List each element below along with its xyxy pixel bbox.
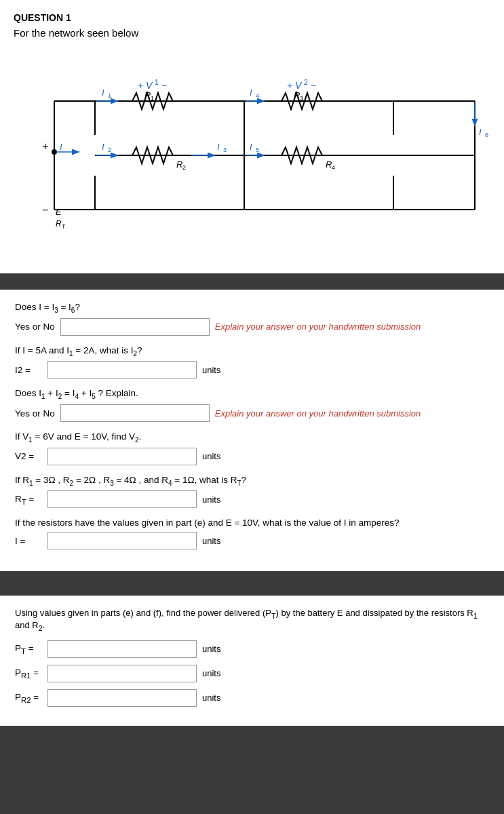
svg-text:1: 1 xyxy=(155,79,159,86)
power-question-text: Using values given in parts (e) and (f),… xyxy=(15,608,489,632)
svg-text:3: 3 xyxy=(300,95,303,102)
i2-units: units xyxy=(202,365,220,375)
svg-text:5: 5 xyxy=(256,147,259,153)
svg-text:I: I xyxy=(250,88,252,98)
pr1-input-row: PR1 = units xyxy=(15,665,489,682)
question-e-text: If R1 = 3Ω , R2 = 2Ω , R3 = 4Ω , and R4 … xyxy=(15,475,489,487)
bottom-bar xyxy=(0,726,504,753)
rt-input[interactable] xyxy=(47,490,197,508)
svg-text:1: 1 xyxy=(151,95,154,102)
power-section: Using values given in parts (e) and (f),… xyxy=(0,596,504,725)
yesno-c-label: Yes or No xyxy=(15,408,55,419)
svg-text:T: T xyxy=(62,223,66,230)
quiz-section-main: Does I = I3 = I6? Yes or No Explain your… xyxy=(0,290,504,571)
svg-text:3: 3 xyxy=(223,147,227,153)
yesno-a-input[interactable] xyxy=(60,318,210,336)
svg-text:+ V: + V xyxy=(287,80,303,91)
question-b-input-row: I2 = units xyxy=(15,361,489,379)
yesno-c-input[interactable] xyxy=(60,404,210,422)
explain-a-text: Explain your answer on your handwritten … xyxy=(215,322,421,332)
question-f-text: If the resistors have the values given i… xyxy=(15,518,489,528)
question-d-text: If V1 = 6V and E = 10V, find V2. xyxy=(15,431,489,444)
question-f-input-row: I = units xyxy=(15,532,489,549)
i2-input[interactable] xyxy=(47,361,197,379)
svg-text:−: − xyxy=(311,80,316,91)
explain-c-text: Explain your answer on your handwritten … xyxy=(215,408,421,419)
i2-label: I2 = xyxy=(15,365,42,375)
i-units: units xyxy=(202,536,220,546)
pt-input[interactable] xyxy=(47,640,197,658)
rt-label: RT = xyxy=(15,494,42,506)
question-e-input-row: RT = units xyxy=(15,490,489,508)
svg-text:R: R xyxy=(56,219,62,229)
v2-input[interactable] xyxy=(47,448,197,465)
circuit-title: For the network seen below xyxy=(14,27,490,39)
svg-text:2: 2 xyxy=(108,147,111,153)
pt-label: PT = xyxy=(15,643,42,655)
svg-text:I: I xyxy=(217,142,220,152)
pr1-input[interactable] xyxy=(47,665,197,682)
svg-text:R: R xyxy=(326,159,332,170)
question-c-text: Does I1 + I2 = I4 + I5 ? Explain. xyxy=(15,388,489,400)
question-number: QUESTION 1 xyxy=(14,12,490,23)
circuit-section: QUESTION 1 For the network seen below xyxy=(0,0,504,273)
question-a: Does I = I3 = I6? Yes or No Explain your… xyxy=(15,302,489,336)
i-input[interactable] xyxy=(47,532,197,549)
pr2-input[interactable] xyxy=(47,689,197,707)
question-e: If R1 = 3Ω , R2 = 2Ω , R3 = 4Ω , and R4 … xyxy=(15,475,489,509)
svg-text:2: 2 xyxy=(304,79,308,86)
question-a-text: Does I = I3 = I6? xyxy=(15,302,489,314)
gap2 xyxy=(0,579,504,587)
svg-text:I: I xyxy=(60,142,62,152)
rt-units: units xyxy=(202,495,220,505)
pr1-units: units xyxy=(202,668,220,678)
pr2-input-row: PR2 = units xyxy=(15,689,489,707)
svg-text:E: E xyxy=(56,207,62,217)
gap1 xyxy=(0,273,504,282)
svg-text:I: I xyxy=(250,142,252,152)
svg-text:I: I xyxy=(102,88,104,98)
svg-text:I: I xyxy=(479,127,482,137)
pr1-label: PR1 = xyxy=(15,667,42,680)
svg-text:R: R xyxy=(144,90,151,100)
question-b: If I = 5A and I1 = 2A, what is I2? I2 = … xyxy=(15,345,489,379)
circuit-diagram: + V 1 − + V 2 − R 1 R 2 R 3 R 4 E R T I … xyxy=(14,47,488,257)
pt-input-row: PT = units xyxy=(15,640,489,658)
yesno-a-label: Yes or No xyxy=(15,322,55,332)
svg-text:2: 2 xyxy=(182,164,186,171)
pt-units: units xyxy=(202,644,220,654)
question-d-input-row: V2 = units xyxy=(15,448,489,465)
pr2-label: PR2 = xyxy=(15,692,42,704)
svg-text:R: R xyxy=(294,90,300,100)
v2-label: V2 = xyxy=(15,451,42,461)
question-a-input-row: Yes or No Explain your answer on your ha… xyxy=(15,318,489,336)
question-b-text: If I = 5A and I1 = 2A, what is I2? xyxy=(15,345,489,357)
svg-text:+ V: + V xyxy=(138,80,153,91)
svg-text:1: 1 xyxy=(108,92,111,99)
question-f: If the resistors have the values given i… xyxy=(15,518,489,549)
question-c-input-row: Yes or No Explain your answer on your ha… xyxy=(15,404,489,422)
v2-units: units xyxy=(202,451,220,461)
svg-text:+: + xyxy=(42,140,48,152)
svg-text:6: 6 xyxy=(485,132,488,138)
question-c: Does I1 + I2 = I4 + I5 ? Explain. Yes or… xyxy=(15,388,489,422)
svg-text:R: R xyxy=(176,159,182,170)
svg-text:−: − xyxy=(42,204,48,216)
i-label: I = xyxy=(15,536,42,546)
svg-text:I: I xyxy=(102,142,104,152)
svg-text:−: − xyxy=(161,80,167,91)
svg-text:4: 4 xyxy=(332,164,335,171)
pr2-units: units xyxy=(202,693,220,703)
svg-text:4: 4 xyxy=(256,92,259,99)
question-d: If V1 = 6V and E = 10V, find V2. V2 = un… xyxy=(15,431,489,465)
